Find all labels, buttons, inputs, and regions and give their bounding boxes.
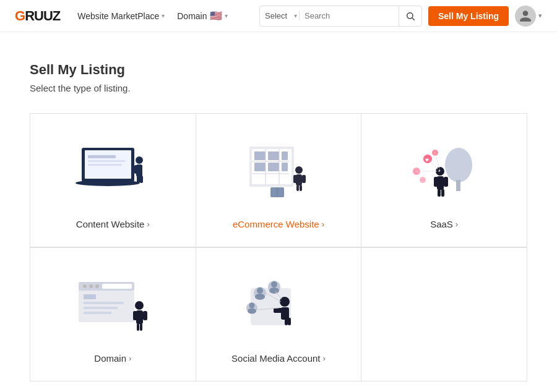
svg-rect-34 [300, 185, 302, 191]
domain-chevron-icon: › [129, 354, 131, 363]
svg-rect-66 [140, 323, 142, 331]
listing-card-domain[interactable]: Domain › [30, 248, 196, 381]
svg-rect-31 [293, 175, 297, 183]
ecommerce-illustration [235, 138, 322, 207]
search-button[interactable] [399, 6, 421, 26]
search-wrap: Select [259, 6, 422, 27]
nav-domain-label: Domain [177, 11, 207, 21]
svg-rect-57 [84, 294, 96, 299]
svg-point-77 [271, 281, 277, 288]
svg-point-61 [135, 301, 144, 310]
svg-line-1 [412, 18, 415, 20]
avatar-wrap[interactable]: ▾ [515, 6, 542, 27]
nav-marketplace[interactable]: Website MarketPlace ▾ [77, 11, 165, 21]
empty-cell [361, 248, 527, 381]
svg-rect-39 [434, 177, 438, 187]
search-select[interactable]: Select [260, 11, 300, 20]
nav-domain[interactable]: Domain 🇺🇸 ▾ [177, 10, 227, 22]
social-media-label: Social Media Account › [231, 353, 326, 364]
svg-rect-14 [140, 176, 143, 183]
svg-rect-8 [91, 182, 125, 184]
social-media-chevron-icon: › [323, 354, 326, 363]
svg-rect-12 [139, 165, 142, 174]
svg-point-81 [248, 309, 256, 314]
svg-rect-20 [254, 163, 266, 171]
main-content: Sell My Listing Select the type of listi… [0, 32, 557, 381]
domain-chevron-icon: ▾ [225, 12, 228, 19]
svg-rect-56 [102, 284, 132, 289]
svg-rect-59 [84, 307, 118, 309]
svg-rect-22 [282, 163, 288, 171]
listing-card-content-website[interactable]: Content Website › [30, 114, 196, 247]
svg-point-53 [83, 284, 87, 288]
svg-rect-71 [285, 318, 288, 325]
nav-marketplace-label: Website MarketPlace [77, 11, 159, 21]
svg-rect-72 [288, 318, 291, 325]
svg-rect-17 [254, 151, 266, 160]
svg-rect-6 [88, 164, 122, 166]
navbar: GRUUZ Website MarketPlace ▾ Domain 🇺🇸 ▾ … [0, 0, 557, 32]
content-website-illustration [69, 138, 156, 207]
svg-rect-58 [84, 302, 124, 304]
svg-rect-11 [134, 165, 138, 174]
svg-point-29 [295, 166, 303, 174]
svg-rect-40 [444, 177, 448, 187]
svg-point-75 [255, 294, 265, 300]
listing-grid-row1: Content Website › [30, 113, 527, 247]
page-subtitle: Select the type of listing. [30, 83, 527, 93]
listing-grid-row2: Domain › [30, 247, 527, 381]
svg-point-54 [89, 284, 93, 288]
svg-point-55 [95, 284, 99, 288]
svg-point-80 [249, 303, 254, 309]
listing-card-ecommerce[interactable]: eCommerce Website › [196, 114, 362, 247]
content-website-label: Content Website › [76, 219, 150, 229]
svg-rect-60 [84, 312, 111, 314]
logo-ruuz: RUUZ [25, 8, 60, 23]
svg-point-74 [257, 288, 263, 294]
svg-rect-5 [88, 160, 125, 162]
saas-illustration: ♥ [401, 138, 488, 207]
domain-label: Domain › [94, 353, 131, 364]
ecommerce-chevron-icon: › [322, 219, 324, 229]
avatar-chevron-icon: ▾ [538, 12, 542, 20]
domain-illustration [69, 273, 156, 341]
svg-point-9 [136, 156, 143, 164]
ecommerce-label: eCommerce Website › [233, 219, 324, 229]
svg-rect-63 [133, 311, 137, 320]
svg-rect-41 [438, 189, 441, 197]
logo[interactable]: GRUUZ [15, 8, 60, 24]
svg-point-0 [407, 12, 413, 18]
search-input[interactable] [300, 6, 399, 26]
flag-icon: 🇺🇸 [210, 10, 222, 22]
avatar [515, 6, 536, 27]
svg-rect-70 [274, 308, 282, 313]
listing-card-social-media[interactable]: Social Media Account › [196, 248, 362, 381]
svg-rect-13 [137, 176, 140, 183]
nav-links: Website MarketPlace ▾ Domain 🇺🇸 ▾ [77, 10, 259, 22]
logo-g: G [15, 8, 25, 23]
svg-rect-4 [88, 155, 116, 158]
svg-rect-65 [137, 323, 139, 331]
svg-rect-33 [296, 185, 299, 191]
marketplace-chevron-icon: ▾ [162, 12, 165, 19]
user-icon [519, 9, 532, 23]
saas-chevron-icon: › [456, 219, 458, 229]
page-title: Sell My Listing [30, 62, 527, 78]
saas-label: SaaS › [430, 219, 458, 229]
svg-rect-19 [282, 151, 288, 160]
svg-rect-36 [456, 180, 460, 191]
svg-rect-18 [268, 151, 279, 160]
social-media-illustration [235, 273, 322, 341]
listing-card-saas[interactable]: ♥ SaaS › [361, 114, 527, 247]
svg-rect-64 [143, 311, 147, 320]
content-website-chevron-icon: › [147, 219, 149, 229]
svg-rect-42 [441, 189, 444, 197]
svg-rect-21 [268, 163, 279, 171]
svg-point-78 [269, 288, 279, 294]
svg-rect-32 [302, 175, 306, 183]
search-select-wrap: Select [260, 11, 300, 20]
nav-right: Select Sell My Listing ▾ [259, 6, 542, 27]
sell-my-listing-button[interactable]: Sell My Listing [428, 6, 509, 26]
svg-point-46 [420, 177, 426, 183]
svg-point-35 [445, 148, 472, 182]
